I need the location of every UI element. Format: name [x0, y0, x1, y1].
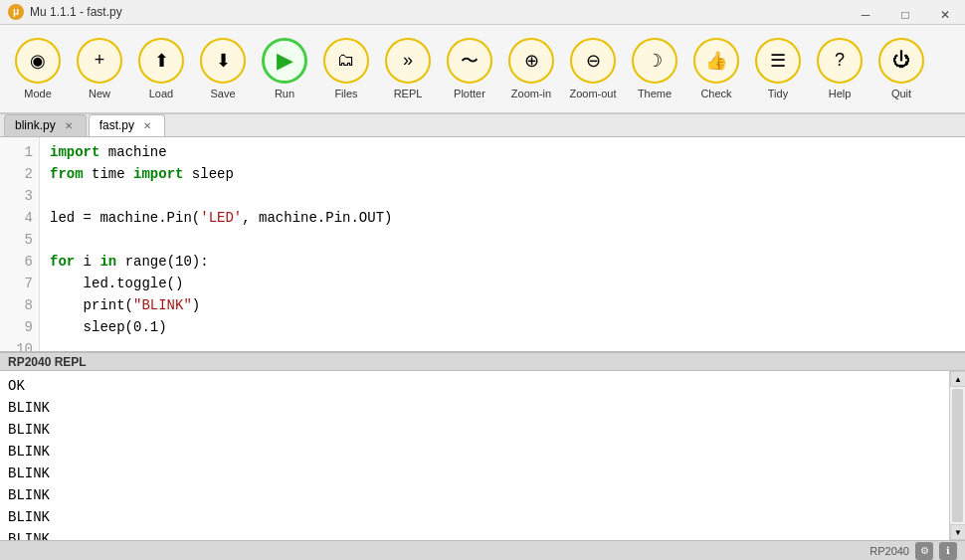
info-icon[interactable]: ℹ — [939, 542, 957, 560]
line-number: 1 — [0, 141, 33, 163]
quit-icon: ⏻ — [878, 38, 924, 84]
keyword-token: import — [50, 144, 99, 160]
toolbar-save-button[interactable]: ⬇Save — [193, 29, 253, 108]
scroll-down-arrow[interactable]: ▼ — [950, 524, 965, 540]
plotter-label: Plotter — [454, 88, 485, 99]
normal-token: , machine.Pin.OUT) — [242, 210, 392, 226]
window-title: Mu 1.1.1 - fast.py — [30, 5, 122, 19]
keyword-token: from — [50, 166, 84, 182]
mode-icon: ◉ — [15, 38, 61, 84]
line-number: 6 — [0, 251, 33, 273]
toolbar-zoom-in-button[interactable]: ⊕Zoom-in — [501, 29, 561, 108]
code-line: sleep(0.1) — [50, 316, 955, 338]
normal-token: i — [75, 254, 99, 270]
repl-line: BLINK — [8, 419, 945, 441]
window-controls: ─ □ ✕ — [846, 0, 965, 24]
keyword-token: in — [99, 254, 116, 270]
toolbar-zoom-out-button[interactable]: ⊖Zoom-out — [563, 29, 623, 108]
settings-icon[interactable]: ⚙ — [915, 542, 933, 560]
repl-wrapper: OKBLINKBLINKBLINKBLINKBLINKBLINKBLINK ▲ … — [0, 371, 965, 540]
repl-line: BLINK — [8, 484, 945, 506]
app-window: μ Mu 1.1.1 - fast.py ─ □ ✕ ◉Mode+New⬆Loa… — [0, 0, 965, 560]
theme-label: Theme — [638, 88, 672, 99]
code-line — [50, 185, 955, 207]
quit-label: Quit — [891, 88, 911, 99]
tab-blink-close[interactable]: ✕ — [62, 118, 76, 132]
tidy-icon: ☰ — [755, 38, 801, 84]
zoom-out-icon: ⊖ — [570, 38, 616, 84]
code-editor[interactable]: import machinefrom time import sleep led… — [40, 137, 965, 351]
line-number: 2 — [0, 163, 33, 185]
line-number: 10 — [0, 338, 33, 351]
tab-bar: blink.py✕fast.py✕ — [0, 114, 965, 137]
toolbar-check-button[interactable]: 👍Check — [686, 29, 746, 108]
repl-line: BLINK — [8, 506, 945, 528]
code-line: led.toggle() — [50, 273, 955, 294]
save-icon: ⬇ — [200, 38, 246, 84]
run-label: Run — [275, 88, 294, 99]
keyword-token: import — [133, 166, 183, 182]
string-token: "BLINK" — [133, 297, 192, 313]
repl-label: REPL — [394, 88, 423, 99]
toolbar-tidy-button[interactable]: ☰Tidy — [748, 29, 808, 108]
line-number: 5 — [0, 229, 33, 251]
tab-fast-close[interactable]: ✕ — [140, 118, 154, 132]
help-label: Help — [829, 88, 852, 99]
tab-fast[interactable]: fast.py✕ — [89, 114, 165, 136]
normal-token: print( — [50, 297, 133, 313]
toolbar-help-button[interactable]: ?Help — [810, 29, 869, 108]
plotter-icon: 〜 — [447, 38, 492, 84]
toolbar-new-button[interactable]: +New — [70, 29, 129, 108]
toolbar-quit-button[interactable]: ⏻Quit — [871, 29, 931, 108]
repl-line: BLINK — [8, 463, 945, 484]
editor-area: 12345678910 import machinefrom time impo… — [0, 137, 965, 351]
line-number: 3 — [0, 185, 33, 207]
code-line: for i in range(10): — [50, 251, 955, 273]
toolbar-theme-button[interactable]: ☽Theme — [625, 29, 684, 108]
run-icon: ▶ — [262, 38, 307, 84]
tidy-label: Tidy — [768, 88, 788, 99]
statusbar: RP2040 ⚙ ℹ — [0, 540, 965, 560]
code-line — [50, 229, 955, 251]
tab-blink[interactable]: blink.py✕ — [4, 114, 87, 136]
toolbar-repl-button[interactable]: »REPL — [378, 29, 438, 108]
line-number: 8 — [0, 294, 33, 316]
repl-header: RP2040 REPL — [0, 351, 965, 371]
check-icon: 👍 — [693, 38, 739, 84]
code-line: print("BLINK") — [50, 294, 955, 316]
normal-token: time — [84, 166, 133, 182]
normal-token: machine — [99, 144, 166, 160]
app-icon: μ — [8, 4, 24, 20]
scroll-up-arrow[interactable]: ▲ — [950, 371, 965, 387]
repl-icon: » — [385, 38, 431, 84]
help-icon: ? — [817, 38, 863, 84]
keyword-token: for — [50, 254, 75, 270]
minimize-button[interactable]: ─ — [846, 0, 885, 30]
check-label: Check — [700, 88, 731, 99]
tab-fast-label: fast.py — [99, 118, 134, 132]
close-button[interactable]: ✕ — [925, 0, 965, 30]
toolbar-run-button[interactable]: ▶Run — [255, 29, 314, 108]
tab-blink-label: blink.py — [15, 118, 56, 132]
line-number: 9 — [0, 316, 33, 338]
titlebar: μ Mu 1.1.1 - fast.py ─ □ ✕ — [0, 0, 965, 25]
files-label: Files — [334, 88, 357, 99]
scroll-thumb — [952, 389, 963, 522]
normal-token: ) — [192, 297, 200, 313]
toolbar-mode-button[interactable]: ◉Mode — [8, 29, 68, 108]
save-label: Save — [210, 88, 235, 99]
theme-icon: ☽ — [632, 38, 677, 84]
line-number: 4 — [0, 207, 33, 229]
normal-token: sleep(0.1) — [50, 319, 167, 335]
zoom-in-label: Zoom-in — [511, 88, 551, 99]
maximize-button[interactable]: □ — [885, 0, 925, 30]
code-line: import machine — [50, 141, 955, 163]
toolbar-files-button[interactable]: 🗂Files — [316, 29, 376, 108]
repl-line: OK — [8, 375, 945, 397]
repl-output[interactable]: OKBLINKBLINKBLINKBLINKBLINKBLINKBLINK — [0, 371, 965, 540]
toolbar-plotter-button[interactable]: 〜Plotter — [440, 29, 499, 108]
repl-scrollbar: ▲ ▼ — [949, 371, 965, 540]
toolbar-load-button[interactable]: ⬆Load — [131, 29, 191, 108]
repl-line: BLINK — [8, 397, 945, 419]
code-line: led = machine.Pin('LED', machine.Pin.OUT… — [50, 207, 955, 229]
